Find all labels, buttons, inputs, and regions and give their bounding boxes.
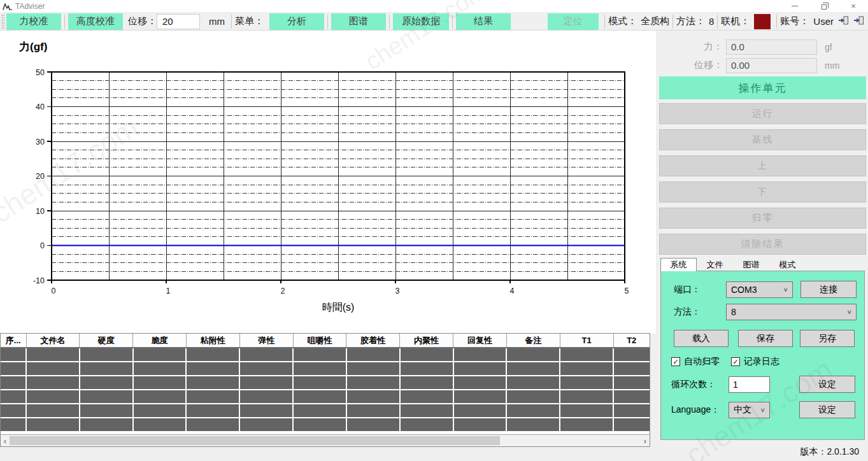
logout-icon[interactable] bbox=[853, 15, 864, 27]
table-row bbox=[1, 390, 650, 404]
table-header-cell: T1 bbox=[560, 334, 613, 348]
tadviser-window: TAdviser × 力校准 高度校准 位移： mm 菜单： 分析 图谱 原始数… bbox=[0, 0, 868, 461]
panel-action-button[interactable]: 运行 bbox=[659, 103, 866, 124]
settings-tab[interactable]: 文件 bbox=[697, 258, 733, 271]
separator bbox=[452, 15, 453, 29]
checkbox-row: ✓ 自动归零 ✓ 记录日志 bbox=[671, 356, 779, 367]
login-icon[interactable] bbox=[838, 15, 849, 27]
save-as-button[interactable]: 另存 bbox=[800, 330, 855, 347]
method-row: 方法： 8 ˅ bbox=[674, 304, 858, 320]
minimize-button[interactable] bbox=[780, 0, 809, 12]
displacement-readout-unit: mm bbox=[825, 60, 839, 71]
log-checkbox[interactable]: ✓ bbox=[731, 357, 740, 366]
auto-zero-checkbox[interactable]: ✓ bbox=[671, 357, 680, 366]
table-cell bbox=[400, 390, 453, 404]
table-cell bbox=[453, 390, 507, 404]
analyze-button[interactable]: 分析 bbox=[269, 13, 324, 30]
table-cell bbox=[133, 418, 187, 432]
panel-action-button[interactable]: 清除结果 bbox=[659, 234, 866, 255]
y-tick-label: -10 bbox=[33, 276, 45, 285]
chevron-down-icon: ˅ bbox=[844, 308, 851, 316]
table-cell bbox=[80, 376, 133, 390]
chevron-down-icon: ˅ bbox=[780, 286, 788, 294]
separator bbox=[776, 15, 777, 29]
table-cell bbox=[400, 348, 453, 362]
close-button[interactable]: × bbox=[839, 0, 868, 12]
horizontal-scrollbar[interactable]: ‹ › bbox=[1, 434, 650, 446]
height-calibration-button[interactable]: 高度校准 bbox=[68, 13, 123, 30]
graph-button[interactable]: 图谱 bbox=[331, 13, 386, 30]
y-tick-label: 40 bbox=[36, 103, 45, 111]
file-buttons-row: 载入 保存 另存 bbox=[674, 330, 858, 347]
table-cell bbox=[346, 376, 400, 390]
mode-value: 全质构 bbox=[641, 15, 669, 27]
table-cell bbox=[506, 390, 560, 404]
y-tick-label: 50 bbox=[36, 68, 45, 77]
y-axis-label: 力(gf) bbox=[18, 41, 47, 53]
set-language-button[interactable]: 设定 bbox=[799, 401, 855, 418]
toolbar-grip[interactable] bbox=[1, 14, 4, 29]
side-panel: 力： gf 位移： mm 操作单元 运行基线上下归零清除结果 系统文件图谱模式 … bbox=[659, 31, 868, 461]
method-select[interactable]: 8 ˅ bbox=[726, 304, 857, 320]
table-row bbox=[1, 362, 650, 376]
table-cell bbox=[293, 348, 346, 362]
table-cell bbox=[1, 390, 26, 404]
method-value: 8 bbox=[709, 16, 714, 27]
table-header-cell: 弹性 bbox=[239, 334, 293, 348]
table-cell bbox=[1, 362, 26, 376]
displacement-input[interactable] bbox=[157, 14, 200, 29]
table-cell bbox=[506, 376, 560, 390]
result-button[interactable]: 结果 bbox=[456, 13, 511, 30]
cycle-row: 循环次数： 设定 bbox=[671, 376, 860, 393]
scrollbar-thumb[interactable] bbox=[10, 436, 500, 445]
table-cell bbox=[186, 390, 239, 404]
table-cell bbox=[613, 404, 650, 418]
set-cycle-button[interactable]: 设定 bbox=[799, 376, 855, 393]
language-select[interactable]: 中文 ˅ bbox=[729, 402, 770, 418]
table-cell bbox=[400, 418, 453, 432]
panel-action-button[interactable]: 上 bbox=[659, 155, 866, 176]
table-cell bbox=[239, 390, 293, 404]
force-calibration-button[interactable]: 力校准 bbox=[6, 13, 61, 30]
panel-action-button[interactable]: 下 bbox=[659, 181, 866, 202]
separator bbox=[231, 15, 232, 29]
load-button[interactable]: 载入 bbox=[674, 330, 729, 347]
table-cell bbox=[80, 404, 133, 418]
table-cell bbox=[239, 376, 293, 390]
panel-action-button[interactable]: 归零 bbox=[659, 208, 866, 229]
table-cell bbox=[1, 404, 26, 418]
table-cell bbox=[239, 418, 293, 432]
table-header-cell: T2 bbox=[613, 334, 650, 348]
cycle-count-input[interactable] bbox=[729, 376, 770, 393]
x-tick-label: 2 bbox=[281, 287, 285, 295]
port-select[interactable]: COM3 ˅ bbox=[726, 281, 793, 298]
x-tick-label: 1 bbox=[166, 287, 171, 295]
locate-button[interactable]: 定位 bbox=[548, 13, 599, 30]
settings-tab[interactable]: 系统 bbox=[660, 258, 697, 271]
save-button[interactable]: 保存 bbox=[738, 330, 793, 347]
table-cell bbox=[239, 362, 293, 376]
connect-button[interactable]: 连接 bbox=[800, 281, 857, 298]
settings-tab[interactable]: 模式 bbox=[769, 258, 806, 271]
raw-data-button[interactable]: 原始数据 bbox=[393, 13, 449, 30]
restore-button[interactable] bbox=[809, 0, 839, 12]
table-header-cell: 文件名 bbox=[26, 334, 80, 348]
online-label: 联机： bbox=[721, 15, 750, 27]
settings-tab[interactable]: 图谱 bbox=[733, 258, 769, 271]
displacement-readout-label: 位移： bbox=[659, 59, 723, 71]
table-row bbox=[1, 404, 650, 418]
x-tick-label: 0 bbox=[52, 287, 56, 295]
table-cell bbox=[453, 418, 507, 432]
title-bar: TAdviser × bbox=[0, 0, 868, 13]
displacement-unit: mm bbox=[209, 16, 225, 27]
table-cell bbox=[80, 362, 133, 376]
displacement-readout-row: 位移： mm bbox=[659, 57, 839, 73]
operate-unit-button[interactable]: 操作单元 bbox=[659, 76, 866, 99]
action-buttons: 运行基线上下归零清除结果 bbox=[659, 103, 866, 260]
panel-action-button[interactable]: 基线 bbox=[659, 129, 866, 150]
table-cell bbox=[400, 376, 453, 390]
online-indicator bbox=[754, 14, 771, 29]
window-controls: × bbox=[780, 0, 868, 12]
scroll-left-icon[interactable]: ‹ bbox=[1, 435, 10, 446]
scroll-right-icon[interactable]: › bbox=[641, 435, 650, 446]
